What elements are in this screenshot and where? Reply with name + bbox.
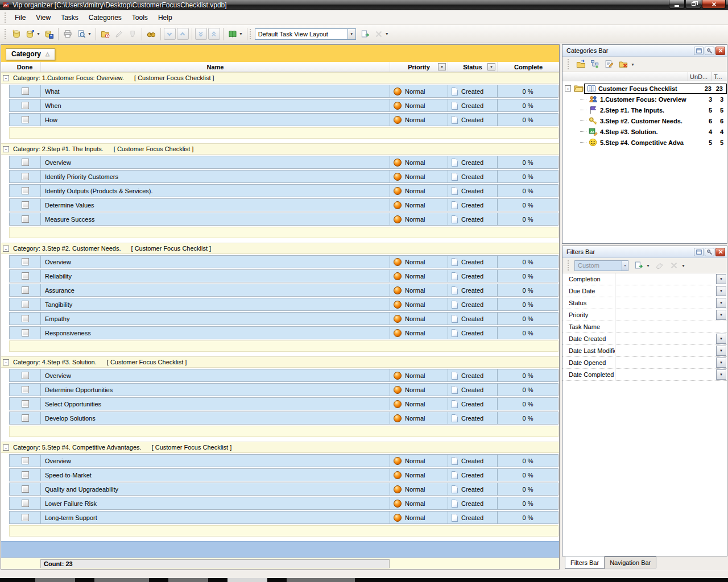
move-down-button[interactable]	[164, 28, 176, 40]
task-row[interactable]: ResponsivenessNormalCreated0 %	[9, 326, 559, 339]
filter-dropdown-button[interactable]: ▼	[716, 346, 726, 356]
task-row[interactable]: AssuranceNormalCreated0 %	[9, 284, 559, 297]
new-database-button[interactable]	[10, 27, 23, 41]
menu-tools[interactable]: Tools	[127, 11, 153, 24]
delete-filter-button[interactable]	[668, 259, 680, 272]
notes-dropdown[interactable]: ▼	[239, 32, 243, 36]
column-header-priority[interactable]: Priority ▼	[390, 62, 448, 72]
delete-category-button[interactable]	[617, 58, 630, 70]
task-done-checkbox[interactable]	[22, 514, 29, 521]
save-database-button[interactable]	[42, 27, 56, 41]
priority-filter-dropdown[interactable]: ▼	[438, 63, 446, 70]
task-done-checkbox[interactable]	[22, 329, 29, 336]
task-done-checkbox[interactable]	[22, 301, 29, 308]
new-task-row[interactable]	[9, 227, 559, 238]
filter-dropdown-button[interactable]: ▼	[716, 274, 726, 284]
filter-value-field[interactable]	[615, 321, 727, 332]
menu-help[interactable]: Help	[153, 11, 177, 24]
filter-dropdown-button[interactable]: ▼	[716, 357, 726, 368]
task-done-checkbox[interactable]	[22, 272, 29, 280]
close-button[interactable]	[702, 0, 726, 9]
restore-button[interactable]	[685, 0, 701, 9]
task-row[interactable]: OverviewNormalCreated0 %	[9, 454, 559, 467]
collapse-icon[interactable]: -	[565, 85, 571, 92]
task-row[interactable]: WhatNormalCreated0 %	[9, 85, 559, 98]
print-button[interactable]	[61, 27, 75, 41]
collapse-icon[interactable]: -	[3, 359, 9, 365]
minimize-button[interactable]	[669, 0, 685, 9]
task-done-checkbox[interactable]	[22, 102, 29, 109]
task-row[interactable]: Identify Priority CustomersNormalCreated…	[9, 170, 559, 183]
collapse-icon[interactable]: -	[3, 444, 9, 451]
collapse-icon[interactable]: -	[3, 75, 9, 81]
filter-preset-combo[interactable]: Custom ▼	[574, 260, 628, 271]
filter-preset-dropdown[interactable]: ▼	[622, 261, 628, 271]
category-tree-item[interactable]: 1.Customer Focus: Overview33	[562, 94, 727, 105]
task-row[interactable]: OverviewNormalCreated0 %	[9, 156, 559, 169]
filter-value-field[interactable]	[615, 273, 715, 285]
task-done-checkbox[interactable]	[22, 315, 29, 322]
column-header-complete[interactable]: Complete	[498, 62, 559, 72]
categories-toolbar-options[interactable]: ▼	[631, 63, 635, 66]
task-row[interactable]: Select OpportunitiesNormalCreated0 %	[9, 397, 559, 410]
task-done-checkbox[interactable]	[22, 159, 29, 166]
filter-value-field[interactable]	[615, 285, 715, 297]
task-done-checkbox[interactable]	[22, 201, 29, 209]
group-by-category-button[interactable]: Category △	[6, 48, 55, 60]
task-done-checkbox[interactable]	[22, 500, 29, 507]
find-task-button[interactable]	[144, 27, 158, 41]
column-header-name[interactable]: Name	[41, 62, 390, 72]
taskbar-item-active[interactable]	[228, 578, 267, 582]
new-task-row[interactable]	[9, 340, 559, 352]
task-row[interactable]: OverviewNormalCreated0 %	[9, 255, 559, 268]
task-done-checkbox[interactable]	[22, 485, 29, 493]
taskbar-item[interactable]	[94, 578, 149, 582]
move-bottom-button[interactable]	[195, 28, 207, 40]
new-task-row[interactable]	[9, 127, 559, 139]
menu-view[interactable]: View	[31, 11, 56, 24]
new-subcategory-button[interactable]	[589, 58, 601, 70]
group-header[interactable]: -Category: 1.Customer Focus: Overview.[ …	[1, 72, 559, 84]
category-tree-item[interactable]: 2.Step #1. The Inputs.55	[562, 105, 727, 115]
move-top-button[interactable]	[208, 28, 220, 40]
menu-categories[interactable]: Categories	[84, 11, 127, 24]
filter-dropdown-button[interactable]: ▼	[716, 310, 726, 320]
categories-close-button[interactable]	[715, 47, 725, 55]
delete-task-button[interactable]	[126, 27, 139, 41]
task-done-checkbox[interactable]	[22, 88, 29, 95]
column-header-done[interactable]: Done	[9, 62, 41, 72]
apply-filter-button[interactable]	[632, 259, 645, 272]
task-row[interactable]: Develop SolutionsNormalCreated0 %	[9, 411, 559, 425]
menu-tasks[interactable]: Tasks	[56, 11, 84, 24]
edit-category-button[interactable]	[603, 58, 615, 70]
layout-combo-dropdown[interactable]: ▼	[348, 29, 355, 39]
task-done-checkbox[interactable]	[22, 187, 29, 194]
undone-column-header[interactable]: UnD...	[688, 72, 712, 81]
task-done-checkbox[interactable]	[22, 173, 29, 180]
task-row[interactable]: EmpathyNormalCreated0 %	[9, 312, 559, 325]
open-database-button[interactable]	[23, 27, 37, 41]
task-done-checkbox[interactable]	[22, 386, 29, 393]
categories-pin-button[interactable]	[705, 47, 714, 55]
delete-layout-button[interactable]	[372, 27, 386, 41]
total-column-header[interactable]: T...	[712, 72, 727, 81]
filter-value-field[interactable]	[615, 357, 715, 368]
task-row[interactable]: Determine ValuesNormalCreated0 %	[9, 198, 559, 211]
task-view-layout-combo[interactable]: Default Task View Layout ▼	[255, 28, 356, 40]
task-row[interactable]: TangibilityNormalCreated0 %	[9, 298, 559, 311]
notes-button[interactable]	[226, 27, 239, 41]
task-row[interactable]: WhenNormalCreated0 %	[9, 99, 559, 112]
group-header[interactable]: -Category: 5.Step #4. Competitive Advant…	[1, 442, 559, 453]
apply-layout-button[interactable]	[358, 27, 372, 41]
status-filter-dropdown[interactable]: ▼	[487, 63, 495, 70]
task-done-checkbox[interactable]	[22, 372, 29, 379]
filter-dropdown-button[interactable]: ▼	[716, 298, 726, 308]
taskbar-item[interactable]	[168, 578, 208, 582]
filters-close-button[interactable]	[715, 248, 725, 256]
group-header[interactable]: -Category: 3.Step #2. Customer Needs.[ C…	[1, 243, 559, 254]
taskbar-item[interactable]	[35, 578, 75, 582]
new-category-button[interactable]	[574, 58, 587, 70]
filter-value-field[interactable]	[615, 345, 715, 356]
menu-file[interactable]: File	[10, 11, 31, 24]
task-done-checkbox[interactable]	[22, 258, 29, 265]
